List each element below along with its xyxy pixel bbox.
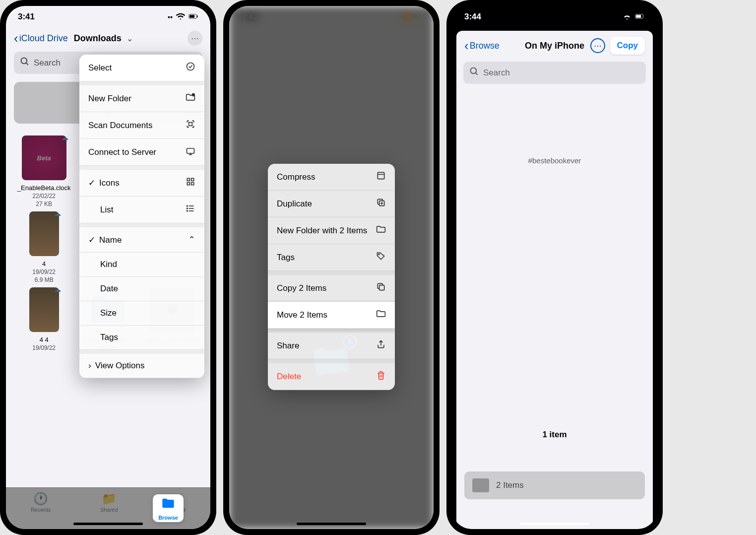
menu-duplicate[interactable]: Duplicate [268, 191, 395, 217]
menu-new-folder-items[interactable]: New Folder with 2 Items [268, 217, 395, 244]
svg-point-28 [378, 254, 379, 255]
menu-label: Icons [99, 178, 120, 188]
menu-share[interactable]: Share [268, 333, 395, 359]
menu-copy[interactable]: Copy 2 Items [268, 275, 395, 302]
cloud-icon: ☁ [54, 285, 61, 293]
menu-list[interactable]: List [79, 197, 204, 223]
folder-icon [161, 496, 175, 514]
svg-rect-29 [379, 285, 384, 290]
search-placeholder: Search [483, 68, 510, 78]
svg-point-6 [192, 94, 194, 96]
wifi-icon [399, 11, 409, 23]
menu-label: Name [99, 235, 122, 245]
file-preview: #bestebookever [456, 87, 653, 175]
menu-size[interactable]: Size [79, 301, 204, 326]
phone-screenshot-3: 3:44 Search #bestebookever 1 item [446, 0, 663, 535]
phone-screenshot-2: 3:43 📶 🔋 3:43 Compress Duplicate [223, 0, 440, 535]
check-icon: ✓ [88, 235, 95, 245]
file-item[interactable]: ☁ 4 4 19/09/22 [14, 287, 74, 351]
tag-icon [376, 251, 386, 264]
battery-icon [189, 11, 198, 23]
status-time: 3:43 [241, 12, 258, 22]
more-button[interactable]: ⋯ [188, 31, 202, 46]
tab-browse-highlight[interactable]: Browse [153, 494, 184, 522]
search-field[interactable]: Search [463, 62, 646, 84]
clock-icon: 🕐 [31, 492, 51, 506]
svg-point-19 [187, 208, 188, 209]
menu-connect[interactable]: Connect to Server [79, 139, 204, 166]
tab-label: Recents [31, 507, 51, 513]
menu-label: Connect to Server [88, 147, 156, 157]
file-date: 22/02/22 [14, 193, 74, 200]
wifi-icon [176, 11, 186, 23]
sheet-back-button[interactable]: ‹ Browse [464, 39, 500, 52]
status-time: 3:41 [18, 12, 35, 22]
menu-view-options[interactable]: ›View Options [79, 354, 204, 378]
home-indicator[interactable] [297, 523, 366, 525]
menu-icons[interactable]: ✓Icons [79, 170, 204, 197]
home-indicator[interactable] [520, 523, 589, 525]
shared-folder-icon: 📁 [100, 492, 118, 506]
menu-select[interactable]: Select [79, 55, 204, 81]
battery-icon [412, 11, 422, 23]
phone-screenshot-1: 3:41 ▪▪ ‹ iCloud Drive Downloads ⌄ [0, 0, 216, 535]
menu-move[interactable]: Move 2 Items [268, 302, 395, 329]
chevron-up-icon: ⌃ [188, 234, 195, 245]
search-icon [469, 67, 479, 79]
signal-icon: ▪▪ [168, 13, 173, 21]
menu-kind[interactable]: Kind [79, 253, 204, 277]
menu-label: Kind [100, 260, 117, 269]
menu-label: Tags [277, 253, 295, 263]
menu-delete[interactable]: Delete [268, 363, 395, 390]
file-item[interactable]: Beta☁ _EnableBeta.clock 22/02/22 27 KB [14, 135, 74, 207]
more-button[interactable]: ⋯ [590, 38, 605, 53]
folder-plus-icon [376, 224, 386, 237]
tab-label: Browse [158, 515, 178, 521]
status-icons [399, 11, 422, 23]
svg-rect-23 [378, 172, 384, 179]
tab-label: Shared [100, 507, 118, 513]
menu-label: Move 2 Items [277, 310, 327, 320]
menu-tags[interactable]: Tags [268, 244, 395, 271]
copy-icon [376, 282, 386, 294]
file-name: 4 [14, 260, 74, 268]
menu-tags[interactable]: Tags [79, 326, 204, 350]
folder-title[interactable]: Downloads [74, 33, 122, 44]
back-button[interactable]: ‹ iCloud Drive [14, 32, 68, 45]
sheet-title: On My iPhone [525, 41, 584, 51]
menu-label: Copy 2 Items [277, 283, 326, 293]
status-time: 3:44 [464, 12, 481, 22]
menu-date[interactable]: Date [79, 277, 204, 301]
scan-icon [186, 119, 195, 132]
svg-point-20 [187, 210, 188, 211]
status-bar: 3:44 [452, 6, 657, 28]
file-item[interactable]: ☁ 4 19/09/22 6.9 MB [14, 211, 74, 283]
search-placeholder: Search [34, 58, 61, 68]
home-indicator[interactable] [73, 523, 143, 525]
status-bar: 3:41 ▪▪ [6, 6, 210, 28]
menu-compress[interactable]: Compress [268, 164, 395, 191]
sheet-header: ‹ Browse On My iPhone ⋯ Copy [456, 31, 653, 61]
search-icon [20, 57, 30, 69]
menu-label: Delete [277, 372, 301, 382]
chevron-right-icon: › [88, 361, 91, 370]
menu-name[interactable]: ✓Name ⌃ [79, 227, 204, 253]
menu-label: Select [88, 63, 112, 73]
tab-shared[interactable]: 📁 Shared [100, 492, 118, 513]
menu-new-folder[interactable]: New Folder [79, 85, 204, 112]
battery-icon [635, 11, 645, 23]
menu-label: New Folder [88, 94, 131, 104]
menu-label: Tags [100, 333, 118, 342]
svg-point-3 [21, 58, 27, 64]
nav-bar: ‹ iCloud Drive Downloads ⌄ ⋯ [6, 28, 210, 49]
svg-rect-22 [413, 15, 418, 18]
archive-icon [376, 171, 386, 183]
copy-button[interactable]: Copy [610, 37, 645, 55]
menu-scan[interactable]: Scan Documents [79, 112, 204, 139]
check-icon: ✓ [88, 178, 95, 188]
svg-line-4 [26, 63, 28, 65]
menu-label: Size [100, 308, 117, 318]
svg-rect-2 [197, 15, 197, 17]
tab-recents[interactable]: 🕐 Recents [31, 492, 51, 513]
chevron-left-icon: ‹ [464, 39, 469, 52]
